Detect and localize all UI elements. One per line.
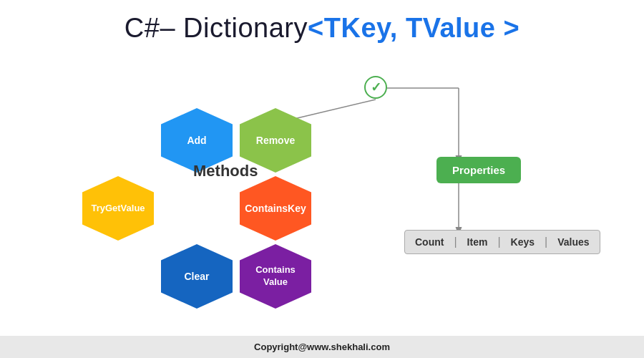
hex-clear-label: Clear <box>184 270 209 283</box>
methods-label: Methods <box>193 162 258 180</box>
prop-item: Item <box>457 235 498 249</box>
hex-containsvalue: ContainsValue <box>240 244 311 309</box>
prop-keys: Keys <box>501 235 545 249</box>
hex-clear: Clear <box>161 244 233 309</box>
title: C#– Dictionary<TKey, TValue > <box>0 0 644 44</box>
hex-add-label: Add <box>187 134 206 147</box>
hex-remove-label: Remove <box>256 134 295 147</box>
copyright-text: Copyright@www.shekhali.com <box>254 342 390 352</box>
check-icon: ✓ <box>371 79 381 95</box>
title-prefix: C#– Dictionary <box>125 13 308 43</box>
diagram-area: ✓ Add Remove ContainsKey ContainsValue C… <box>0 51 644 337</box>
prop-count: Count <box>405 235 454 249</box>
hex-containskey: ContainsKey <box>240 176 311 241</box>
hex-trygetvalue-label: TryGetValue <box>91 203 145 215</box>
properties-row: Count | Item | Keys | Values <box>404 230 600 254</box>
properties-box: Properties <box>436 157 521 183</box>
title-generic: <TKey, TValue > <box>308 13 519 43</box>
hex-trygetvalue: TryGetValue <box>82 176 154 241</box>
check-circle: ✓ <box>364 76 387 99</box>
hex-containsvalue-label: ContainsValue <box>255 264 296 289</box>
prop-values: Values <box>547 235 599 249</box>
footer: Copyright@www.shekhali.com <box>0 336 644 358</box>
hex-containskey-label: ContainsKey <box>245 202 306 215</box>
